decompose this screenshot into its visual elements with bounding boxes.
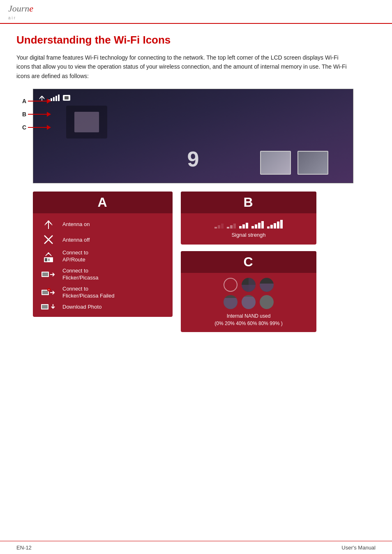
memory-dot-icon — [63, 95, 70, 101]
box-c-body: Internal NAND used(0% 20% 40% 60% 80% 99… — [181, 273, 316, 332]
label-b-row: B — [22, 111, 51, 118]
ap-device-icon — [44, 257, 53, 262]
logo-text: Journe — [8, 3, 33, 14]
signal-level-3 — [239, 223, 248, 229]
memory-dot-empty-1 — [224, 278, 238, 292]
box-b-header: B — [181, 192, 316, 213]
connect-flicker-icon — [42, 272, 55, 277]
box-c: C — [181, 251, 316, 332]
signal-level-4 — [251, 221, 264, 229]
label-c: C — [22, 124, 26, 131]
right-column: B — [181, 192, 316, 332]
memory-dots-row2 — [224, 295, 274, 309]
connect-failed-icon-cell: × — [39, 290, 58, 295]
photo-thumbnails — [260, 151, 328, 175]
box-b-body: Signal strengh — [181, 213, 316, 245]
antenna-on-icon — [43, 218, 54, 230]
box-a-header: A — [33, 192, 173, 213]
box-a-title: A — [97, 195, 108, 210]
box-c-header: C — [181, 251, 316, 273]
box-b: B — [181, 192, 316, 245]
memory-dot-threequarter — [224, 295, 238, 309]
signal-bars-display — [214, 220, 283, 229]
logo-subtext: air — [8, 16, 16, 20]
antenna-off-icon — [43, 234, 54, 245]
antenna-off-label: Antenna off — [62, 237, 90, 243]
label-column: A B C — [22, 98, 51, 137]
connect-failed-row: × Connect toFlicker/Picassa Failed — [39, 286, 166, 300]
memory-dot-half — [260, 278, 274, 292]
footer-page-number: EN-12 — [16, 545, 32, 551]
number-display: 9 — [187, 147, 199, 171]
connect-failed-icon: × — [42, 290, 55, 295]
antenna-on-label: Antenna on — [62, 221, 90, 227]
photo-thumb-2 — [297, 151, 328, 175]
connect-flicker-icon-cell — [39, 272, 58, 277]
label-c-row: C — [22, 124, 51, 131]
connect-ap-icon-cell — [39, 251, 58, 262]
logo: Journe air — [8, 3, 33, 21]
antenna-on-row: Antenna on — [39, 218, 166, 230]
page-title: Understanding the Wi-Fi Icons — [16, 34, 376, 46]
arrow-failed-icon — [50, 290, 55, 295]
box-a: A Antenna on — [33, 192, 173, 316]
download-photo-label: Download Photo — [62, 304, 101, 310]
antenna-off-icon-cell — [39, 234, 58, 245]
connect-flicker-label: Connect toFlicker/Picassa — [62, 268, 98, 282]
box-c-title: C — [243, 254, 254, 269]
intro-paragraph: Your digital frame features Wi-Fi techno… — [16, 53, 353, 81]
frame-display-1 — [66, 106, 107, 138]
label-b: B — [22, 111, 26, 118]
signal-level-1 — [214, 224, 224, 229]
signal-strength-label: Signal strengh — [231, 232, 265, 238]
connect-flicker-row: Connect toFlicker/Picassa — [39, 268, 166, 282]
arrow-c — [28, 127, 51, 128]
memory-dots-row1 — [224, 278, 274, 292]
page-header: Journe air — [0, 0, 392, 24]
connect-ap-row: Connect toAP/Route — [39, 249, 166, 263]
download-photo-row: Download Photo — [39, 304, 166, 310]
photo-thumb-1 — [260, 151, 291, 175]
download-arrow-icon — [50, 304, 56, 310]
memory-label: Internal NAND used(0% 20% 40% 60% 80% 99… — [214, 312, 282, 327]
device-download-icon — [41, 304, 48, 309]
antenna-off-row: Antenna off — [39, 234, 166, 245]
memory-dot-full — [260, 295, 274, 309]
memory-dots-container — [224, 278, 274, 309]
label-a-row: A — [22, 98, 51, 104]
antenna-on-icon-cell — [39, 218, 58, 230]
memory-dot-almostfull — [242, 295, 256, 309]
info-boxes-container: A Antenna on — [33, 192, 376, 332]
box-b-title: B — [243, 195, 254, 210]
main-content: Understanding the Wi-Fi Icons Your digit… — [0, 24, 392, 349]
device-failed-icon: × — [42, 290, 49, 295]
download-icon — [41, 304, 56, 310]
connect-ap-label: Connect toAP/Route — [62, 249, 88, 263]
label-a: A — [22, 98, 26, 104]
device-icon — [42, 272, 49, 277]
screenshot-wrapper: A B C — [16, 89, 353, 183]
screenshot-image: 9 — [33, 89, 353, 183]
footer-manual-label: User's Manual — [341, 545, 376, 551]
memory-dot-quarter — [242, 278, 256, 292]
arrow-a — [28, 101, 51, 102]
arrow-icon — [50, 272, 55, 277]
download-icon-cell — [39, 304, 58, 310]
arrow-b — [28, 114, 51, 115]
page-footer: EN-12 User's Manual — [0, 541, 392, 554]
connect-failed-label: Connect toFlicker/Picassa Failed — [62, 286, 114, 300]
connect-ap-wifi-icon — [44, 251, 53, 257]
signal-level-2 — [227, 224, 236, 229]
box-a-body: Antenna on Antenna off — [33, 213, 173, 316]
signal-level-5 — [267, 220, 283, 229]
